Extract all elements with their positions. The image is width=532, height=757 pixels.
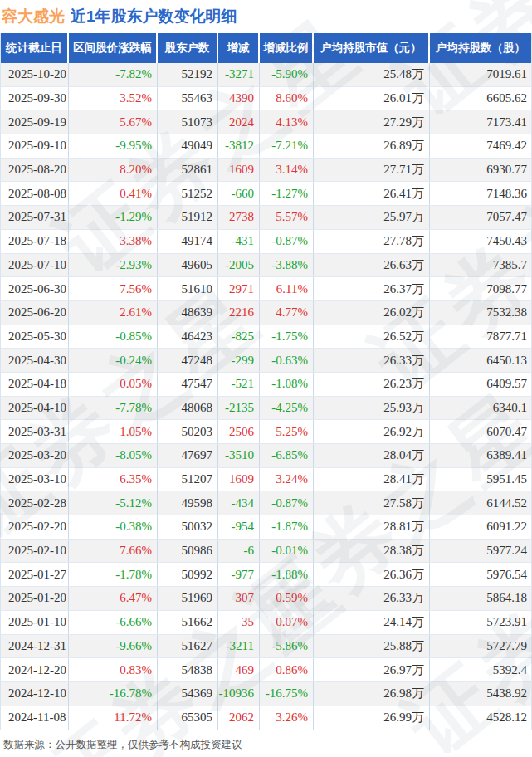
cell-avg-shares: 7469.42 (430, 134, 531, 158)
cell-avg-shares: 7148.36 (430, 182, 531, 205)
cell-change: 2024 (218, 110, 260, 134)
cell-avg-value: 27.78万 (314, 230, 430, 253)
cell-price-change: 1.05% (69, 420, 158, 443)
table-row: 2025-09-195.67%5107320244.13%27.29万7173.… (1, 110, 531, 134)
cell-change: 35 (218, 611, 260, 634)
cell-avg-value: 26.33万 (314, 349, 430, 372)
cell-change: -3510 (218, 444, 260, 467)
cell-date: 2025-03-20 (1, 444, 69, 467)
shareholder-table: 统计截止日区间股价涨跌幅股东户数增减增减比例户均持股市值（元）户均持股数（股） … (0, 33, 532, 730)
cell-change-pct: 8.60% (260, 87, 314, 110)
cell-date: 2025-01-10 (1, 611, 69, 634)
cell-avg-value: 26.33万 (314, 587, 430, 610)
column-header: 户均持股市值（元） (314, 33, 430, 63)
cell-change: 4390 (218, 87, 260, 110)
table-row: 2025-04-10-7.78%48068-2135-4.25%25.93万63… (1, 397, 531, 421)
cell-avg-value: 26.98万 (314, 682, 430, 706)
cell-price-change: -16.78% (69, 682, 158, 706)
cell-holders: 54838 (158, 658, 218, 681)
table-row: 2025-03-106.35%5120716093.24%28.41万5951.… (1, 468, 531, 492)
cell-avg-value: 26.02万 (314, 301, 430, 325)
cell-holders: 51252 (158, 182, 218, 205)
cell-holders: 49049 (158, 134, 218, 158)
cell-price-change: -5.12% (69, 491, 158, 515)
cell-holders: 49605 (158, 254, 218, 277)
cell-date: 2025-08-08 (1, 182, 69, 205)
cell-holders: 65305 (158, 706, 218, 730)
cell-change-pct: -1.27% (260, 182, 314, 205)
table-header: 统计截止日区间股价涨跌幅股东户数增减增减比例户均持股市值（元）户均持股数（股） (1, 33, 531, 63)
cell-change-pct: -0.87% (260, 491, 314, 515)
cell-price-change: -7.82% (69, 63, 158, 86)
cell-change: -3812 (218, 134, 260, 158)
cell-holders: 51662 (158, 611, 218, 634)
cell-avg-shares: 7057.47 (430, 206, 531, 229)
cell-date: 2025-09-10 (1, 134, 69, 158)
cell-change-pct: -1.75% (260, 325, 314, 349)
cell-avg-shares: 6070.47 (430, 420, 531, 443)
cell-holders: 47697 (158, 444, 218, 467)
cell-date: 2025-04-10 (1, 397, 69, 420)
cell-change: -954 (218, 515, 260, 539)
cell-avg-value: 28.81万 (314, 515, 430, 539)
cell-date: 2025-06-30 (1, 277, 69, 300)
cell-change: -977 (218, 563, 260, 586)
cell-change-pct: -5.90% (260, 63, 314, 86)
column-header: 股东户数 (158, 33, 218, 63)
stock-name: 容大感光 (2, 7, 65, 25)
cell-holders: 48068 (158, 397, 218, 420)
cell-change: -2005 (218, 254, 260, 277)
cell-date: 2025-09-30 (1, 87, 69, 110)
cell-avg-value: 26.52万 (314, 325, 430, 349)
table-row: 2024-11-0811.72%6530520623.26%26.99万4528… (1, 706, 531, 730)
cell-avg-shares: 5976.54 (430, 563, 531, 586)
table-row: 2025-04-180.05%47547-521-1.08%26.23万6409… (1, 373, 531, 397)
cell-holders: 50992 (158, 563, 218, 586)
table-row: 2025-01-27-1.78%50992-977-1.88%26.36万597… (1, 563, 531, 587)
cell-price-change: -9.66% (69, 635, 158, 658)
cell-price-change: 6.47% (69, 587, 158, 610)
cell-avg-value: 28.41万 (314, 468, 430, 491)
cell-avg-value: 27.71万 (314, 159, 430, 182)
cell-date: 2024-11-08 (1, 706, 69, 730)
cell-date: 2025-05-30 (1, 325, 69, 349)
cell-avg-shares: 5727.79 (430, 635, 531, 658)
cell-date: 2025-04-18 (1, 373, 69, 396)
cell-holders: 48639 (158, 301, 218, 325)
cell-price-change: 2.61% (69, 301, 158, 325)
cell-change-pct: -4.25% (260, 397, 314, 420)
cell-avg-shares: 6389.41 (430, 444, 531, 467)
cell-avg-shares: 5723.91 (430, 611, 531, 634)
cell-avg-shares: 6450.13 (430, 349, 531, 372)
cell-price-change: 7.56% (69, 277, 158, 300)
cell-price-change: -1.29% (69, 206, 158, 229)
cell-holders: 54369 (158, 682, 218, 706)
cell-price-change: 8.20% (69, 159, 158, 182)
cell-holders: 51207 (158, 468, 218, 491)
cell-price-change: -2.93% (69, 254, 158, 277)
cell-change-pct: -0.63% (260, 349, 314, 372)
cell-avg-value: 27.58万 (314, 491, 430, 515)
cell-price-change: -0.38% (69, 515, 158, 539)
cell-price-change: 3.52% (69, 87, 158, 110)
cell-date: 2025-01-20 (1, 587, 69, 610)
cell-holders: 47248 (158, 349, 218, 372)
cell-change: -3211 (218, 635, 260, 658)
cell-date: 2025-07-10 (1, 254, 69, 277)
cell-holders: 49598 (158, 491, 218, 515)
cell-date: 2025-01-27 (1, 563, 69, 586)
cell-change-pct: -6.85% (260, 444, 314, 467)
table-row: 2025-06-202.61%4863922164.77%26.02万7532.… (1, 301, 531, 325)
cell-change-pct: 3.26% (260, 706, 314, 730)
cell-avg-shares: 6091.22 (430, 515, 531, 539)
cell-date: 2025-07-18 (1, 230, 69, 253)
cell-change-pct: -1.87% (260, 515, 314, 539)
cell-avg-shares: 6340.1 (430, 397, 531, 420)
cell-holders: 51627 (158, 635, 218, 658)
table-row: 2025-10-20-7.82%52192-3271-5.90%25.48万70… (1, 63, 531, 87)
cell-change: -825 (218, 325, 260, 349)
cell-avg-value: 25.97万 (314, 206, 430, 229)
cell-avg-shares: 4528.12 (430, 706, 531, 730)
cell-change-pct: 4.13% (260, 110, 314, 134)
cell-avg-value: 26.99万 (314, 706, 430, 730)
